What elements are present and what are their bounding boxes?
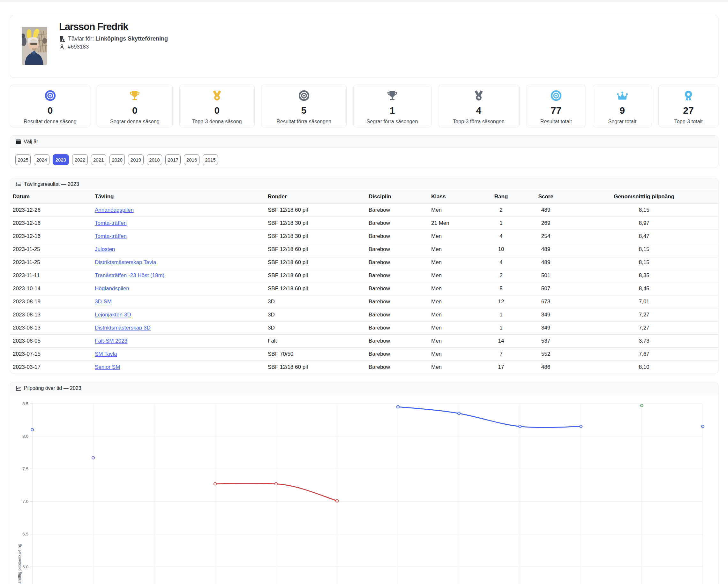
svg-text:6.5: 6.5 bbox=[22, 532, 28, 536]
svg-text:2: 2 bbox=[16, 184, 17, 186]
svg-text:Genomsnittlig pilpo&#xE4;ng: Genomsnittlig pilpo&#xE4;ng bbox=[17, 544, 22, 584]
svg-text:7.0: 7.0 bbox=[22, 499, 28, 504]
svg-text:1: 1 bbox=[16, 182, 17, 184]
svg-text:8.0: 8.0 bbox=[22, 434, 28, 439]
svg-text:7.5: 7.5 bbox=[22, 466, 28, 471]
svg-text:6.0: 6.0 bbox=[22, 564, 28, 569]
svg-text:8.5: 8.5 bbox=[22, 401, 28, 406]
